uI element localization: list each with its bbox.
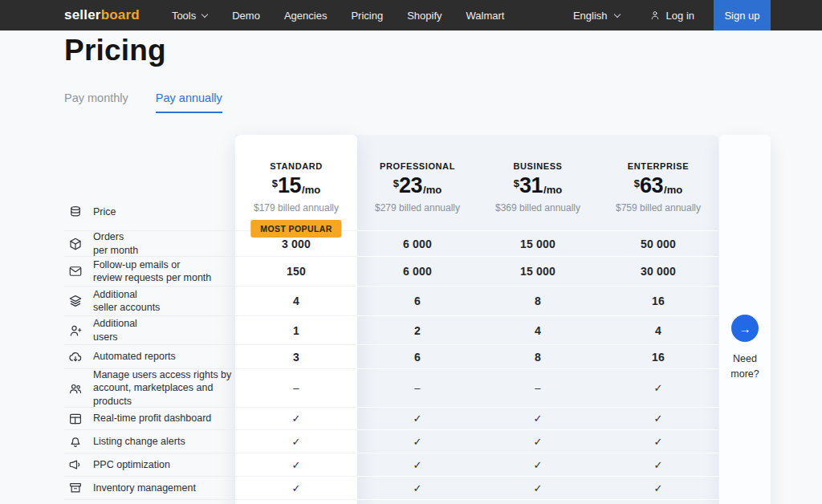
feature-value: 16 bbox=[652, 351, 665, 364]
feature-value-cell: – bbox=[357, 369, 478, 408]
feature-value-cell: ✓ bbox=[357, 430, 478, 453]
feature-value-cell: 2 bbox=[357, 316, 478, 345]
chevron-down-icon bbox=[201, 10, 208, 17]
check-icon: ✓ bbox=[413, 413, 421, 425]
feature-value: 6 bbox=[414, 351, 421, 364]
pricing-table: → Need more? Price STANDARD $15/mo bbox=[64, 135, 771, 504]
dash-icon: – bbox=[535, 382, 540, 394]
price-row-label: Price bbox=[93, 205, 116, 219]
feature-value-cell: 1 bbox=[235, 316, 357, 345]
dashboard-icon bbox=[68, 412, 83, 426]
language-selector[interactable]: English bbox=[573, 10, 621, 22]
tab-pay-monthly[interactable]: Pay monthly bbox=[64, 91, 128, 113]
check-icon: ✓ bbox=[291, 436, 300, 448]
check-icon: ✓ bbox=[291, 413, 300, 425]
feature-label: Real-time profit dashboard bbox=[93, 412, 211, 425]
feature-value-cell: ✓ bbox=[598, 430, 718, 453]
feature-value-cell: ✓ bbox=[478, 408, 598, 430]
check-icon: ✓ bbox=[413, 436, 421, 448]
page-title: Pricing bbox=[64, 34, 166, 67]
package-icon bbox=[68, 237, 83, 251]
feature-label-cell: Follow-up emails or review requests per … bbox=[64, 257, 235, 287]
feature-value: 15 000 bbox=[520, 238, 555, 250]
plans-grid: Price STANDARD $15/mo $179 billed annual… bbox=[64, 135, 719, 500]
sellerboard-logo[interactable]: sellerboard bbox=[64, 7, 140, 23]
feature-rows: Orders per month3 0006 00015 00050 000Fo… bbox=[64, 231, 719, 500]
check-icon: ✓ bbox=[653, 382, 662, 394]
feature-label: Inventory management bbox=[93, 482, 196, 495]
feature-value-cell: ✓ bbox=[235, 477, 357, 500]
cloud-download-icon bbox=[68, 350, 83, 364]
login-link[interactable]: Log in bbox=[649, 10, 694, 22]
check-icon: ✓ bbox=[533, 413, 542, 425]
feature-value-cell: 4 bbox=[478, 316, 598, 345]
check-icon: ✓ bbox=[533, 459, 542, 471]
nav-item-demo[interactable]: Demo bbox=[232, 10, 260, 22]
feature-value-cell: 16 bbox=[598, 287, 718, 316]
feature-label-cell: Listing change alerts bbox=[64, 430, 235, 453]
feature-value-cell: 6 000 bbox=[357, 257, 478, 287]
feature-label: Orders per month bbox=[93, 230, 138, 257]
feature-value: 3 000 bbox=[282, 238, 311, 250]
check-icon: ✓ bbox=[533, 482, 542, 494]
plans-header-row: Price STANDARD $15/mo $179 billed annual… bbox=[64, 135, 719, 231]
megaphone-icon bbox=[68, 457, 83, 472]
feature-value: 8 bbox=[535, 351, 541, 364]
feature-label: Additional seller accounts bbox=[93, 288, 160, 315]
logo-part2: board bbox=[101, 7, 140, 22]
nav-item-tools[interactable]: Tools bbox=[172, 10, 208, 22]
nav-item-walmart[interactable]: Walmart bbox=[466, 10, 505, 22]
feature-value: 6 000 bbox=[403, 238, 432, 250]
arrow-right-icon: → bbox=[739, 322, 751, 335]
need-more-button[interactable]: → bbox=[731, 315, 759, 342]
plan-header-standard: STANDARD $15/mo $179 billed annually MOS… bbox=[235, 135, 357, 231]
check-icon: ✓ bbox=[653, 482, 662, 494]
feature-value: 30 000 bbox=[641, 265, 676, 278]
feature-value-cell: ✓ bbox=[478, 430, 598, 453]
feature-value-cell: – bbox=[478, 369, 598, 408]
archive-icon bbox=[68, 481, 83, 495]
signup-button[interactable]: Sign up bbox=[714, 0, 771, 30]
feature-row-real-time-profit-dashboard: Real-time profit dashboard✓✓✓✓ bbox=[64, 408, 719, 430]
feature-value-cell: ✓ bbox=[478, 477, 598, 500]
price-row-label-cell: Price bbox=[64, 135, 235, 231]
nav-item-shopify[interactable]: Shopify bbox=[407, 10, 442, 22]
feature-value: 6 bbox=[414, 295, 421, 307]
feature-value-cell: 8 bbox=[478, 345, 598, 369]
plan-header-enterprise: ENTERPRISE $63/mo $759 billed annually bbox=[598, 135, 718, 231]
nav-item-agencies[interactable]: Agencies bbox=[284, 10, 327, 22]
feature-value-cell: 30 000 bbox=[598, 257, 718, 287]
user-icon bbox=[649, 10, 661, 21]
dash-icon: – bbox=[414, 382, 420, 394]
tab-pay-annually[interactable]: Pay annually bbox=[156, 91, 222, 113]
feature-value-cell: 50 000 bbox=[598, 231, 718, 257]
billed-annually-note: $369 billed annually bbox=[495, 202, 580, 213]
feature-row-automated-reports: Automated reports36816 bbox=[64, 345, 719, 369]
feature-value-cell: ✓ bbox=[235, 430, 357, 453]
user-plus-icon bbox=[68, 323, 83, 338]
plan-header-business: BUSINESS $31/mo $369 billed annually bbox=[478, 135, 598, 231]
feature-value-cell: 4 bbox=[235, 287, 357, 316]
check-icon: ✓ bbox=[653, 436, 662, 448]
feature-value-cell: 15 000 bbox=[478, 231, 598, 257]
feature-value-cell: ✓ bbox=[598, 408, 718, 430]
check-icon: ✓ bbox=[653, 459, 662, 471]
feature-value: 4 bbox=[293, 295, 299, 307]
feature-label-cell: Orders per month bbox=[64, 231, 235, 257]
feature-label-cell: Inventory management bbox=[64, 477, 235, 500]
nav-right: English Log in Sign up bbox=[573, 0, 822, 30]
feature-value: 8 bbox=[535, 295, 541, 307]
feature-row-additional-users: Additional users1244 bbox=[64, 316, 719, 345]
feature-label: Manage users access rights by account, m… bbox=[93, 368, 231, 408]
feature-label-cell: Automated reports bbox=[64, 345, 235, 369]
nav-item-pricing[interactable]: Pricing bbox=[351, 10, 383, 22]
plan-price: $31/mo bbox=[514, 175, 562, 197]
feature-label: Additional users bbox=[93, 317, 137, 343]
feature-value: 50 000 bbox=[641, 238, 676, 250]
feature-value-cell: 16 bbox=[598, 345, 718, 369]
feature-value-cell: 3 bbox=[235, 345, 357, 369]
feature-value-cell: – bbox=[235, 369, 357, 408]
users-icon bbox=[68, 381, 83, 396]
feature-value-cell: ✓ bbox=[235, 453, 357, 477]
feature-value: 1 bbox=[293, 324, 299, 337]
